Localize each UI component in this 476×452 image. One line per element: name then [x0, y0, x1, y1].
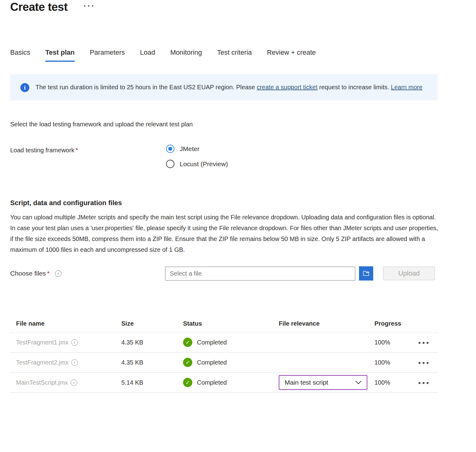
- framework-field-row: Load testing framework* JMeter Locust (P…: [10, 145, 476, 168]
- check-circle-icon: ✓: [183, 358, 192, 367]
- file-name-text: MainTestScript.jmx: [16, 379, 68, 386]
- file-name-text: TestFragment2.jmx: [16, 359, 69, 366]
- col-header-size: Size: [121, 320, 183, 327]
- file-name-cell: TestFragment1.jmx i: [16, 339, 121, 346]
- file-relevance-dropdown[interactable]: Main test script: [279, 375, 367, 390]
- file-name-text: TestFragment1.jmx: [16, 339, 69, 346]
- file-name-cell: TestFragment2.jmx i: [16, 359, 121, 366]
- radio-locust[interactable]: Locust (Preview): [166, 160, 228, 168]
- file-name-cell: MainTestScript.jmx i: [16, 379, 121, 386]
- framework-intro-text: Select the load testing framework and up…: [10, 121, 476, 128]
- framework-radio-group: JMeter Locust (Preview): [166, 145, 228, 168]
- file-status-text: Completed: [197, 359, 227, 366]
- tab-basics[interactable]: Basics: [10, 49, 30, 62]
- choose-files-label-wrap: Choose files * i: [10, 270, 165, 277]
- tab-monitoring[interactable]: Monitoring: [170, 49, 202, 62]
- file-relevance-selected-value: Main test script: [285, 379, 328, 386]
- tab-test-plan[interactable]: Test plan: [45, 49, 75, 62]
- radio-locust-label: Locust (Preview): [180, 160, 228, 168]
- select-file-input[interactable]: [165, 267, 355, 281]
- file-size-cell: 4.35 KB: [121, 359, 183, 366]
- col-header-file-relevance: File relevance: [279, 320, 374, 327]
- check-circle-icon: ✓: [183, 338, 192, 347]
- row-actions-cell: ●●●: [411, 360, 438, 365]
- create-test-page: Create test ··· Basics Test plan Paramet…: [0, 0, 476, 452]
- page-header: Create test ···: [10, 0, 476, 14]
- files-section-heading: Script, data and configuration files: [10, 199, 476, 207]
- tab-parameters[interactable]: Parameters: [90, 49, 125, 62]
- choose-files-label: Choose files: [10, 270, 46, 277]
- radio-jmeter[interactable]: JMeter: [166, 145, 228, 153]
- file-status-text: Completed: [197, 379, 227, 386]
- wizard-tabs: Basics Test plan Parameters Load Monitor…: [10, 49, 476, 62]
- row-more-button[interactable]: ●●●: [418, 340, 430, 345]
- page-more-button[interactable]: ···: [84, 2, 95, 10]
- tab-test-criteria[interactable]: Test criteria: [217, 49, 252, 62]
- col-header-progress: Progress: [374, 320, 411, 327]
- framework-field-label: Load testing framework*: [10, 145, 166, 168]
- browse-files-button[interactable]: [359, 266, 373, 281]
- check-circle-icon: ✓: [183, 378, 192, 387]
- file-progress-cell: 100%: [374, 339, 411, 346]
- radio-selected-icon: [166, 145, 174, 153]
- file-size-cell: 4.35 KB: [121, 339, 183, 346]
- table-header-row: File name Size Status File relevance Pro…: [10, 315, 438, 332]
- files-section-description: You can upload multiple JMeter scripts a…: [10, 212, 440, 255]
- required-asterisk: *: [76, 147, 78, 154]
- radio-jmeter-label: JMeter: [180, 145, 199, 153]
- table-row: MainTestScript.jmx i 5.14 KB ✓ Completed…: [10, 373, 438, 393]
- file-size-cell: 5.14 KB: [121, 379, 183, 386]
- file-info-icon[interactable]: i: [71, 339, 78, 346]
- file-status-cell: ✓ Completed: [183, 338, 279, 347]
- banner-text-part2: request to increase limits.: [317, 84, 391, 91]
- row-actions-cell: ●●●: [411, 380, 438, 385]
- file-info-icon[interactable]: i: [71, 379, 77, 386]
- tab-load[interactable]: Load: [140, 49, 155, 62]
- uploaded-files-table: File name Size Status File relevance Pro…: [10, 315, 438, 393]
- table-row: TestFragment1.jmx i 4.35 KB ✓ Completed …: [10, 332, 438, 353]
- file-status-cell: ✓ Completed: [183, 378, 279, 387]
- choose-files-info-icon[interactable]: i: [55, 270, 61, 277]
- file-relevance-cell: Main test script: [279, 375, 374, 390]
- choose-files-row: Choose files * i Upload: [10, 266, 476, 281]
- info-icon: i: [20, 83, 29, 92]
- required-asterisk: *: [47, 270, 50, 277]
- framework-label-text: Load testing framework: [10, 147, 74, 154]
- radio-unselected-icon: [166, 160, 174, 168]
- folder-icon: [362, 269, 370, 277]
- file-info-icon[interactable]: i: [71, 359, 78, 366]
- col-header-file-name: File name: [16, 320, 121, 327]
- file-status-text: Completed: [197, 339, 227, 346]
- row-more-button[interactable]: ●●●: [418, 360, 430, 365]
- learn-more-link[interactable]: Learn more: [391, 84, 422, 91]
- table-row: TestFragment2.jmx i 4.35 KB ✓ Completed …: [10, 353, 438, 373]
- file-progress-cell: 100%: [374, 379, 411, 386]
- row-more-button[interactable]: ●●●: [418, 380, 430, 385]
- chevron-down-icon: [355, 381, 361, 384]
- file-progress-cell: 100%: [374, 359, 411, 366]
- page-title: Create test: [10, 1, 68, 14]
- info-banner-text: The test run duration is limited to 25 h…: [35, 82, 423, 92]
- row-actions-cell: ●●●: [411, 340, 438, 345]
- col-header-status: Status: [183, 320, 279, 327]
- banner-text-part1: The test run duration is limited to 25 h…: [35, 84, 257, 91]
- create-support-ticket-link[interactable]: create a support ticket: [257, 84, 318, 91]
- info-banner: i The test run duration is limited to 25…: [10, 74, 438, 100]
- tab-review-create[interactable]: Review + create: [267, 49, 316, 62]
- upload-button[interactable]: Upload: [383, 267, 435, 280]
- file-status-cell: ✓ Completed: [183, 358, 279, 367]
